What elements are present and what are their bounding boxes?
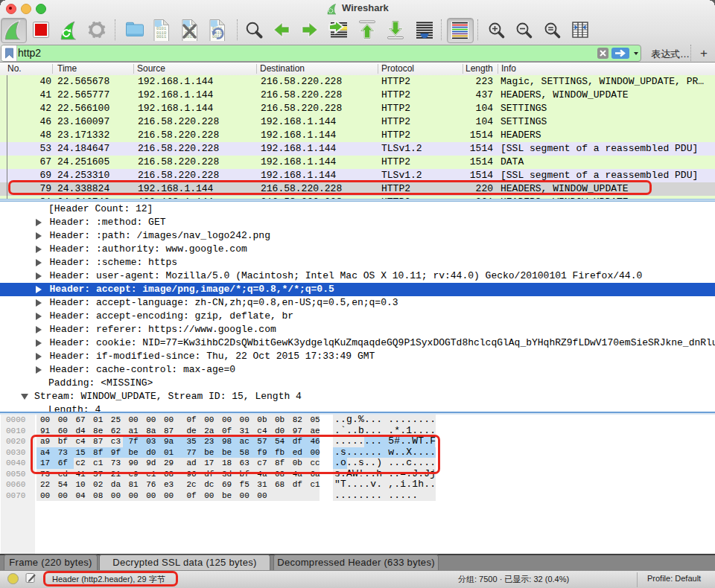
svg-text:0011: 0011 xyxy=(156,34,167,39)
